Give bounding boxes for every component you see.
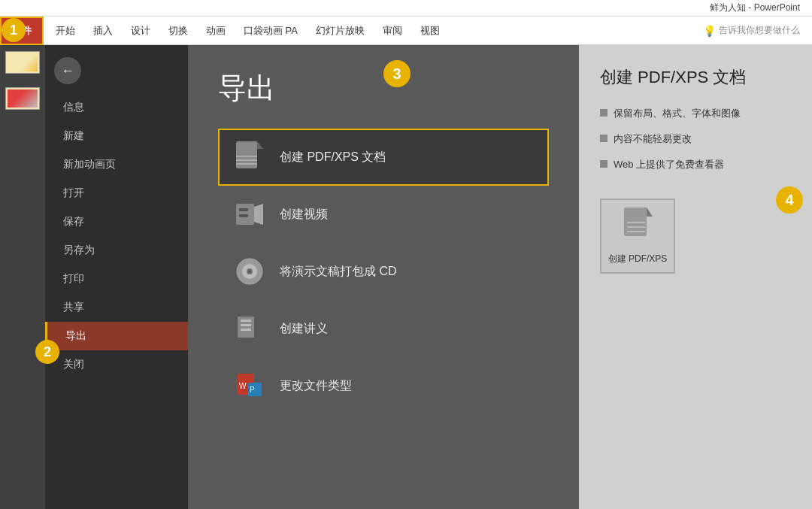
sidebar-item-save-as[interactable]: 另存为 (45, 236, 188, 265)
export-option-handout-label: 创建讲义 (280, 321, 328, 337)
tab-view[interactable]: 视图 (411, 17, 449, 45)
bullet-icon-1 (600, 109, 607, 117)
export-option-handout[interactable]: 创建讲义 (218, 300, 549, 357)
search-area: 💡 告诉我你想要做什么 (703, 24, 800, 37)
bullet-icon-3 (600, 160, 607, 168)
info-panel: 创建 PDF/XPS 文档 保留布局、格式、字体和图像 内容不能轻易更改 Web… (579, 45, 812, 509)
main-area: 1 2 ← 信息 新建 新加动画页 打开 保存 另存为 打印 共享 导出 2 关… (0, 45, 812, 509)
info-panel-title: 创建 PDF/XPS 文档 (600, 66, 791, 89)
tab-transition[interactable]: 切换 (159, 17, 197, 45)
svg-marker-1 (257, 141, 263, 149)
search-hint: 告诉我你想要做什么 (719, 24, 800, 37)
sidebar-item-export[interactable]: 导出 2 (45, 322, 188, 350)
svg-text:W: W (239, 382, 247, 390)
sidebar-item-save[interactable]: 保存 (45, 208, 188, 236)
sidebar-item-add-animation[interactable]: 新加动画页 (45, 150, 188, 179)
tab-insert[interactable]: 插入 (84, 17, 122, 45)
sidebar-item-close[interactable]: 关闭 (45, 350, 188, 379)
video-icon (235, 199, 265, 229)
info-bullet-3: Web 上提供了免费查看器 (600, 158, 791, 171)
badge-4: 4 (776, 186, 803, 214)
handout-icon (235, 314, 265, 344)
title-bar: 鲜为人知 - PowerPoint (0, 0, 812, 17)
slide-thumb-2[interactable]: 2 (5, 87, 40, 110)
ribbon-tabs: 开始 插入 设计 切换 动画 口袋动画 PA 幻灯片放映 审阅 视图 (47, 17, 449, 45)
sidebar-item-open[interactable]: 打开 (45, 179, 188, 208)
pdf-icon (235, 142, 265, 172)
tab-pocket-animation[interactable]: 口袋动画 PA (235, 17, 307, 45)
sidebar-item-print[interactable]: 打印 (45, 265, 188, 293)
tab-design[interactable]: 设计 (122, 17, 159, 45)
sidebar-item-new[interactable]: 新建 (45, 122, 188, 150)
back-icon: ← (61, 63, 74, 79)
svg-point-12 (248, 270, 251, 273)
create-pdf-icon (623, 208, 653, 248)
export-option-filetype[interactable]: W P 更改文件类型 (218, 357, 549, 414)
sidebar-item-info[interactable]: 信息 (45, 93, 188, 122)
ribbon: 1 文件 开始 插入 设计 切换 动画 口袋动画 PA 幻灯片放映 审阅 视图 … (0, 17, 812, 45)
tab-home[interactable]: 开始 (47, 17, 84, 45)
tab-review[interactable]: 审阅 (374, 17, 411, 45)
create-button-wrap: 创建 PDF/XPS 4 (600, 198, 791, 274)
export-option-pdf[interactable]: 创建 PDF/XPS 文档 (218, 129, 549, 186)
svg-text:P: P (250, 386, 255, 394)
svg-rect-8 (239, 214, 248, 217)
create-pdf-button-label: 创建 PDF/XPS (608, 253, 668, 265)
export-option-cd[interactable]: 将演示文稿打包成 CD (218, 243, 549, 300)
svg-marker-6 (254, 204, 263, 225)
export-options-list: 创建 PDF/XPS 文档 创建视频 (218, 129, 549, 414)
svg-rect-15 (241, 324, 251, 326)
export-option-video[interactable]: 创建视频 (218, 186, 549, 243)
lightbulb-icon: 💡 (703, 25, 716, 37)
badge-2: 2 (35, 340, 59, 364)
slide-thumb-1[interactable]: 1 (5, 51, 40, 74)
filetype-icon: W P (235, 371, 265, 401)
cd-icon (235, 256, 265, 286)
export-content: 3 导出 创建 PDF/XPS 文档 (188, 45, 579, 509)
create-pdf-button[interactable]: 创建 PDF/XPS (600, 198, 675, 274)
svg-rect-14 (241, 320, 251, 322)
back-button[interactable]: ← (54, 57, 81, 84)
sidebar-item-share[interactable]: 共享 (45, 293, 188, 322)
badge-1: 1 (2, 18, 26, 42)
info-bullet-2: 内容不能轻易更改 (600, 132, 791, 146)
tab-slideshow[interactable]: 幻灯片放映 (307, 17, 374, 45)
svg-rect-16 (241, 329, 251, 331)
slide-strip: 1 2 (0, 45, 45, 509)
export-option-cd-label: 将演示文稿打包成 CD (280, 264, 397, 280)
file-sidebar: ← 信息 新建 新加动画页 打开 保存 另存为 打印 共享 导出 2 关闭 (45, 45, 188, 509)
export-option-filetype-label: 更改文件类型 (280, 378, 352, 394)
title-text: 鲜为人知 - PowerPoint (710, 2, 800, 14)
export-option-video-label: 创建视频 (280, 207, 328, 223)
tab-animation[interactable]: 动画 (197, 17, 235, 45)
svg-rect-7 (239, 208, 248, 211)
svg-marker-22 (647, 208, 653, 217)
export-option-pdf-label: 创建 PDF/XPS 文档 (280, 150, 386, 165)
bullet-icon-2 (600, 135, 607, 142)
badge-3: 3 (383, 60, 411, 87)
info-bullet-1: 保留布局、格式、字体和图像 (600, 107, 791, 120)
